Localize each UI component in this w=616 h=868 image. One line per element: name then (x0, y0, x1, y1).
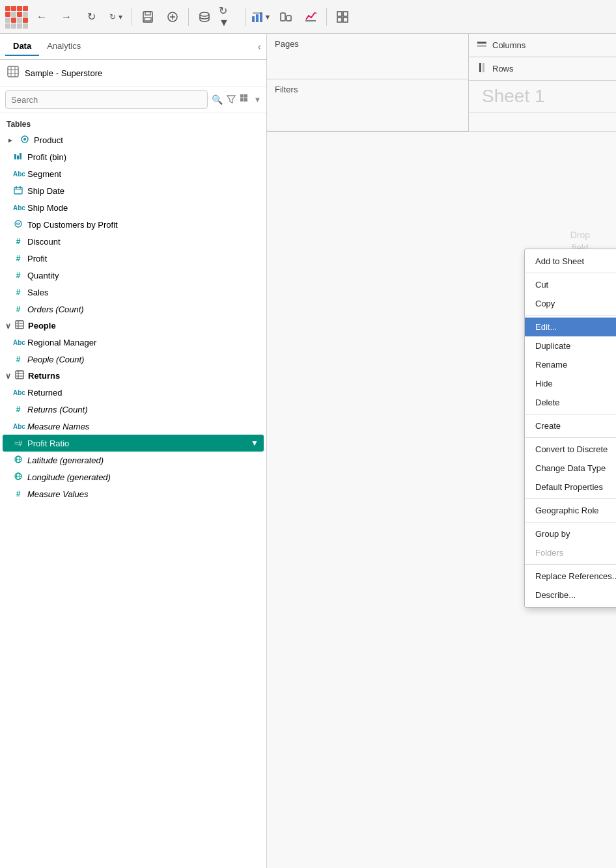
list-item[interactable]: Abc Measure Names (0, 418, 266, 435)
returns-group-header[interactable]: ∨ Returns (0, 368, 266, 384)
chart-type-button[interactable] (275, 7, 296, 27)
abc-icon: Abc (13, 389, 23, 396)
svg-rect-17 (337, 18, 342, 22)
menu-item-group-by[interactable]: Group by ▶ (525, 524, 616, 543)
menu-item-label: Create (535, 421, 561, 431)
globe-icon (13, 455, 23, 466)
svg-rect-39 (16, 321, 23, 329)
menu-item-create[interactable]: Create ▶ (525, 416, 616, 435)
abc-icon: Abc (13, 204, 23, 211)
menu-separator (525, 315, 616, 316)
list-item[interactable]: Longitude (generated) (0, 468, 266, 485)
svg-rect-34 (14, 187, 22, 194)
context-menu: Add to Sheet Cut Copy Edit... Duplicate (524, 249, 616, 608)
menu-item-geographic-role[interactable]: Geographic Role ▶ (525, 501, 616, 520)
list-item[interactable]: # Profit (0, 250, 266, 267)
data-source-button[interactable] (194, 7, 215, 27)
menu-item-label: Add to Sheet (535, 256, 584, 266)
menu-item-folders[interactable]: Folders ▶ (525, 543, 616, 562)
pages-label: Pages (275, 39, 299, 49)
people-group-header[interactable]: ∨ People (0, 318, 266, 334)
menu-item-rename[interactable]: Rename (525, 355, 616, 374)
tab-analytics[interactable]: Analytics (39, 37, 89, 56)
redo-button[interactable]: ↻ ▾ (105, 7, 126, 27)
field-label: Quantity (27, 271, 59, 280)
columns-shelf[interactable]: Columns (469, 34, 616, 57)
menu-item-label: Replace References... (535, 571, 616, 581)
undo-button[interactable]: ↻ (81, 7, 102, 27)
menu-item-convert-to-discrete[interactable]: Convert to Discrete (525, 440, 616, 459)
menu-item-cut[interactable]: Cut (525, 275, 616, 294)
menu-item-label: Cut (535, 280, 548, 290)
field-label: Segment (27, 169, 61, 179)
menu-item-edit[interactable]: Edit... (525, 318, 616, 336)
menu-item-copy[interactable]: Copy (525, 294, 616, 313)
filter-icon[interactable] (227, 94, 236, 105)
menu-item-change-data-type[interactable]: Change Data Type ▶ (525, 459, 616, 478)
field-label: Profit (27, 254, 47, 264)
list-item[interactable]: Profit (bin) (0, 148, 266, 165)
menu-separator (525, 564, 616, 565)
list-item[interactable]: # Discount (0, 233, 266, 250)
list-item[interactable]: Abc Ship Mode (0, 199, 266, 216)
list-item[interactable]: Abc Regional Manager (0, 334, 266, 351)
forward-button[interactable]: → (56, 7, 77, 27)
menu-item-describe[interactable]: Describe... (525, 586, 616, 604)
list-item[interactable]: # People (Count) (0, 351, 266, 368)
tab-row: Data Analytics ‹ (0, 34, 266, 60)
list-item[interactable]: ► Product (0, 131, 266, 148)
svg-rect-2 (145, 18, 151, 21)
svg-rect-8 (256, 14, 259, 22)
panel-collapse-button[interactable]: ‹ (258, 41, 261, 53)
list-item[interactable]: # Orders (Count) (0, 301, 266, 318)
set-icon (13, 219, 23, 230)
search-row: 🔍 ▼ (0, 87, 266, 113)
abc-icon: Abc (13, 423, 23, 430)
tab-data[interactable]: Data (5, 37, 39, 56)
menu-item-hide[interactable]: Hide (525, 374, 616, 393)
field-label: Profit (bin) (27, 152, 66, 162)
sheet-title: Sheet 1 (469, 81, 616, 113)
menu-separator (525, 522, 616, 522)
menu-item-duplicate[interactable]: Duplicate (525, 336, 616, 355)
dropdown-arrow-icon[interactable]: ▼ (254, 96, 261, 103)
list-item[interactable]: Ship Date (0, 182, 266, 199)
tables-label: Tables (0, 117, 266, 131)
measure-icon: # (13, 355, 23, 364)
product-icon (20, 135, 30, 146)
measure-icon: # (13, 237, 23, 246)
list-item[interactable]: Abc Segment (0, 165, 266, 182)
menu-item-label: Folders (535, 548, 563, 558)
list-item[interactable]: Latitude (generated) (0, 452, 266, 468)
rows-shelf[interactable]: Rows (469, 57, 616, 81)
back-button[interactable]: ← (31, 7, 52, 27)
list-item[interactable]: # Sales (0, 284, 266, 301)
layout-button[interactable] (332, 7, 353, 27)
analytics-button[interactable] (300, 7, 321, 27)
menu-item-replace-references[interactable]: Replace References... (525, 567, 616, 586)
list-item[interactable]: Top Customers by Profit (0, 216, 266, 233)
field-label: People (Count) (27, 355, 84, 364)
show-me-button[interactable]: ▼ (251, 7, 272, 27)
grid-view-icon[interactable] (240, 94, 250, 106)
pages-card: Pages (267, 34, 468, 79)
search-input[interactable] (5, 90, 208, 109)
menu-item-default-properties[interactable]: Default Properties ▶ (525, 478, 616, 496)
save-button[interactable] (137, 7, 158, 27)
menu-item-add-to-sheet[interactable]: Add to Sheet (525, 252, 616, 271)
list-item[interactable]: # Measure Values (0, 485, 266, 502)
dropdown-arrow-icon[interactable]: ▼ (251, 439, 259, 448)
abc-icon: Abc (13, 339, 23, 346)
menu-item-label: Delete (535, 398, 560, 407)
list-item[interactable]: # Quantity (0, 267, 266, 284)
field-label: Sales (27, 288, 49, 297)
list-item[interactable]: Abc Returned (0, 384, 266, 401)
collapse-icon: ∨ (5, 321, 11, 331)
sheet-title-text: Sheet 1 (482, 86, 545, 107)
menu-item-delete[interactable]: Delete (525, 393, 616, 412)
refresh-button[interactable]: ↻ ▼ (219, 7, 240, 27)
new-datasource-button[interactable] (162, 7, 183, 27)
list-item[interactable]: # Returns (Count) (0, 401, 266, 418)
profit-ratio-item[interactable]: ≈# Profit Ratio ▼ (3, 435, 264, 452)
rows-icon (477, 62, 487, 75)
